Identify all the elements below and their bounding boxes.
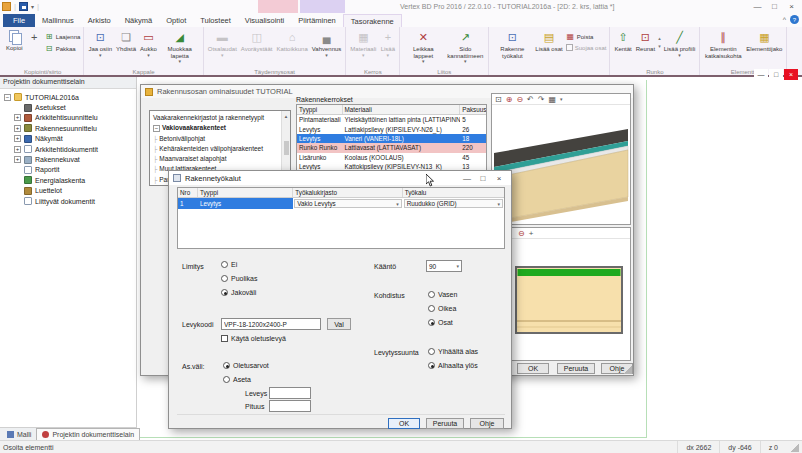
library-item[interactable]: ├Maanvaraiset alapohjat	[153, 154, 280, 164]
material-button[interactable]: ▦ Materiaali ▾	[349, 29, 377, 59]
add-layer-button[interactable]: + Lisää ▾	[379, 29, 396, 59]
protect-parts-checkbox[interactable]: Suojaa osat	[566, 44, 607, 51]
radio-ei[interactable]: Ei	[221, 261, 237, 268]
sidebar-item-luettelot[interactable]: Luettelot	[0, 186, 136, 196]
library-root[interactable]: − Vakiovaakarakenteet	[153, 123, 280, 133]
cancel-button[interactable]: Peruuta	[557, 363, 595, 374]
expand-icon[interactable]: +	[14, 125, 21, 132]
radio-ylhaalta-alas[interactable]: Ylhäältä alas	[428, 348, 478, 355]
cancel-button[interactable]: Peruuta	[426, 418, 464, 429]
expand-icon[interactable]: +	[14, 135, 21, 142]
tool-library-select[interactable]: Vakio Levytys▾	[294, 199, 401, 208]
view-settings-icon[interactable]: ▦	[549, 95, 557, 104]
fascia-button[interactable]: ▬ Otsalaudat ▾	[207, 29, 238, 59]
qat-dropdown-icon[interactable]: ▾	[31, 3, 34, 10]
fields-button[interactable]: ⇧ Kentät	[613, 29, 632, 54]
sidebar-item-raportit[interactable]: Raportit	[0, 165, 136, 175]
tab-visualisointi[interactable]: Visualisointi	[238, 14, 291, 27]
column-header[interactable]: Paksuus	[460, 105, 486, 114]
element-cut-point-button[interactable]: ∥ Elementin katkaisukohta	[703, 29, 743, 60]
board-code-input[interactable]	[221, 318, 321, 330]
column-header[interactable]: Tyyppi	[198, 188, 293, 197]
library-item[interactable]: ├Kehärakenteiden välipohjarakenteet	[153, 144, 280, 154]
app-logo-icon[interactable]	[2, 2, 11, 11]
expand-icon[interactable]: +	[14, 146, 21, 153]
scroll-thumb[interactable]	[284, 141, 289, 155]
dialog-title-bar[interactable]: Rakennetyökalut — □ ×	[169, 171, 511, 185]
select-board-button[interactable]: Val	[327, 318, 351, 330]
sidebar-item-nakymat[interactable]: + Näkymät	[0, 134, 136, 144]
sidebar-item-asetukset[interactable]: Asetukset	[0, 102, 136, 112]
length-input[interactable]	[269, 400, 311, 412]
reinforcement-button[interactable]: ▄ Vahvennus ▾	[311, 29, 343, 59]
width-input[interactable]	[269, 387, 311, 399]
rotation-select[interactable]: 90▾	[426, 260, 462, 272]
column-header[interactable]: Työkalukirjasto	[293, 188, 402, 197]
close-icon[interactable]: ×	[783, 0, 800, 13]
ok-button[interactable]: OK	[517, 363, 549, 374]
structure-tools-button[interactable]: ⊡ Rakenne työkalut	[492, 29, 532, 60]
spinner-up-icon[interactable]: ▴	[658, 35, 661, 41]
tab-mallinnus[interactable]: Mallinnus	[35, 14, 81, 27]
table-row[interactable]: Levytys Lattiakipsilevy (KIPSILEVY-N26_L…	[297, 124, 486, 133]
library-item[interactable]: ├Betonivälipohjat	[153, 134, 280, 144]
bind-to-support-button[interactable]: ↗ Sido kannattimeen ▾	[445, 29, 485, 66]
radio-jakovali[interactable]: Jakoväli	[221, 289, 256, 296]
expand-icon[interactable]: +	[14, 156, 21, 163]
resize-grip[interactable]	[624, 366, 632, 374]
edit-slope-button[interactable]: ◢ Muokkaa lapetta ▾	[160, 29, 200, 66]
minimize-icon[interactable]: —	[459, 172, 475, 184]
spinner[interactable]: ▴ ▾	[658, 29, 661, 49]
collapse-icon[interactable]: −	[4, 94, 11, 101]
use-default-board-checkbox[interactable]: Käytä oletuslevyä	[221, 335, 286, 342]
minimize-icon[interactable]: —	[749, 0, 766, 13]
collapse-ribbon-icon[interactable]: ^	[783, 16, 786, 23]
doc-close-icon[interactable]: ×	[784, 69, 798, 80]
pack-button[interactable]: ⊟ Pakkaa	[45, 44, 81, 53]
open-eaves-button[interactable]: ◫ Avoräystäät	[240, 29, 274, 54]
sidebar-item-energialaskenta[interactable]: Energialaskenta	[0, 175, 136, 185]
doc-minimize-icon[interactable]: —	[754, 69, 768, 80]
resize-grip[interactable]	[790, 443, 799, 452]
tab-arkisto[interactable]: Arkisto	[81, 14, 118, 27]
spinner-down-icon[interactable]: ▾	[658, 43, 661, 49]
edges-button[interactable]: ⊡ Reunat	[635, 29, 656, 54]
tab-malli[interactable]: Malli	[2, 428, 36, 440]
radio-vasen[interactable]: Vasen	[428, 291, 457, 298]
zoom-in-icon[interactable]: ⊕	[506, 95, 513, 104]
tab-optiot[interactable]: Optiot	[159, 14, 193, 27]
table-row-highlighted[interactable]: Runko Runko Lattiavasat (LATTIAVASAT) 22…	[297, 143, 486, 152]
rotate-left-icon[interactable]: ↶	[527, 95, 534, 104]
merge-button[interactable]: ❏ Yhdistä	[115, 29, 137, 54]
zoom-out-icon[interactable]: ⊖	[516, 95, 523, 104]
sidebar-item-arkkitehtisuunnittelu[interactable]: + Arkkitehtisuunnittelu	[0, 113, 136, 123]
element-division-button[interactable]: ▦ Elementtijako	[745, 29, 783, 54]
column-header[interactable]: Tyyppi	[297, 105, 343, 114]
expand-button[interactable]: ⊞ Laajenna	[45, 32, 81, 41]
split-parts-button[interactable]: ⊡ Jaa osiin ▾	[87, 29, 113, 59]
tool-select[interactable]: Ruudukko (GRID)▾	[404, 199, 503, 208]
sidebar-item-rakennekuvat[interactable]: + Rakennekuvat	[0, 154, 136, 164]
tab-projektin-dokumenttiselain[interactable]: Projektin dokumenttiselain	[36, 428, 140, 440]
close-icon[interactable]: ×	[491, 172, 507, 184]
tab-file[interactable]: File	[3, 14, 35, 27]
tab-piirtaminen[interactable]: Piirtäminen	[291, 14, 343, 27]
table-row[interactable]: Pintamateriaali Yleiskäyttöinen lattian …	[297, 115, 486, 124]
tool-row[interactable]: 1 Levytys Vakio Levytys▾ Ruudukko (GRID)…	[178, 198, 504, 209]
save-icon[interactable]	[19, 2, 28, 11]
roof-window-button[interactable]: ⌂ Kattoikkuna	[275, 29, 308, 54]
zoom-out-icon[interactable]: ⊖	[518, 229, 525, 238]
pan-icon[interactable]: +	[529, 229, 534, 238]
column-header[interactable]: Materiaali	[343, 105, 461, 114]
sidebar-item-arkkitehtidokumentit[interactable]: + Arkkitehtidokumentit	[0, 144, 136, 154]
scroll-up-icon[interactable]: ▲	[284, 112, 288, 122]
doc-restore-icon[interactable]: □	[769, 69, 783, 80]
rotate-right-icon[interactable]: ↷	[538, 95, 545, 104]
column-header[interactable]: Nro	[178, 188, 198, 197]
radio-alhaalta-ylos[interactable]: Alhaalta ylös	[428, 362, 478, 369]
radio-puolikas[interactable]: Puolikas	[221, 275, 257, 282]
add-profile-button[interactable]: ╱ Lisää profiili ▾	[663, 29, 697, 59]
maximize-icon[interactable]: □	[475, 172, 491, 184]
tab-tulosteet[interactable]: Tulosteet	[193, 14, 238, 27]
help-icon[interactable]: ?	[790, 15, 799, 24]
